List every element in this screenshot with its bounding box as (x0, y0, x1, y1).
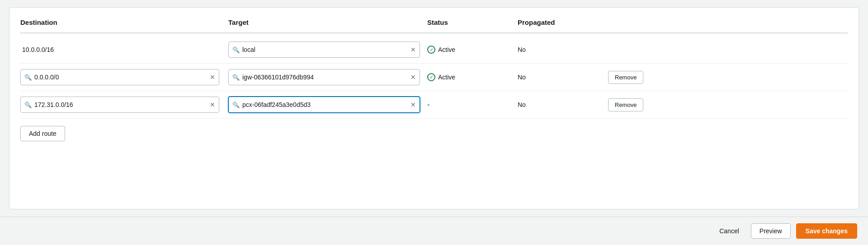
target-cell-3: 🔍 ✕ (228, 97, 427, 113)
preview-button[interactable]: Preview (751, 223, 791, 239)
header-status: Status (427, 17, 518, 28)
status-dash-3: - (427, 101, 429, 109)
add-route-button[interactable]: Add route (20, 126, 65, 141)
table-row: 🔍 ✕ 🔍 ✕ - No Remove (20, 91, 848, 119)
target-cell-2: 🔍 ✕ (228, 69, 427, 85)
target-input-wrapper-2[interactable]: 🔍 ✕ (228, 69, 420, 85)
clear-icon-1[interactable]: ✕ (410, 46, 416, 53)
destination-input-3[interactable] (34, 101, 208, 108)
target-input-wrapper-3[interactable]: 🔍 ✕ (228, 97, 420, 113)
propagated-cell-2: No (518, 74, 608, 81)
destination-cell-1: 10.0.0.0/16 (20, 46, 228, 53)
save-changes-button[interactable]: Save changes (796, 223, 857, 239)
add-route-row: Add route (20, 119, 848, 145)
table-row: 🔍 ✕ 🔍 ✕ ✓ Active No (20, 64, 848, 91)
active-icon-2: ✓ (427, 73, 435, 81)
header-target: Target (228, 17, 427, 28)
status-label-2: Active (438, 74, 455, 81)
active-icon-1: ✓ (427, 46, 435, 54)
route-table-editor: Destination Target Status Propagated 10.… (9, 7, 859, 209)
actions-cell-3: Remove (608, 98, 848, 111)
clear-icon-dest-2[interactable]: ✕ (210, 74, 215, 81)
table-row: 10.0.0.0/16 🔍 ✕ ✓ Active No (20, 36, 848, 64)
destination-input-wrapper-3[interactable]: 🔍 ✕ (20, 97, 219, 113)
table-body: 10.0.0.0/16 🔍 ✕ ✓ Active No (20, 36, 848, 119)
propagated-cell-3: No (518, 101, 608, 108)
destination-input-2[interactable] (34, 74, 208, 81)
search-icon-dest-2: 🔍 (24, 74, 32, 81)
header-propagated: Propagated (518, 17, 608, 28)
propagated-value-3: No (518, 101, 526, 108)
cancel-button[interactable]: Cancel (713, 224, 745, 238)
table-header: Destination Target Status Propagated (20, 17, 848, 33)
destination-cell-3: 🔍 ✕ (20, 97, 228, 113)
remove-button-2[interactable]: Remove (608, 71, 643, 84)
destination-cell-2: 🔍 ✕ (20, 69, 228, 85)
search-icon-3: 🔍 (232, 102, 240, 108)
propagated-value-2: No (518, 74, 526, 81)
actions-cell-2: Remove (608, 71, 848, 84)
target-input-2[interactable] (242, 74, 409, 81)
propagated-cell-1: No (518, 46, 608, 53)
status-badge-2: ✓ Active (427, 73, 455, 81)
propagated-value-1: No (518, 46, 526, 53)
clear-icon-2[interactable]: ✕ (410, 74, 416, 81)
target-input-1[interactable] (242, 46, 409, 53)
footer: Cancel Preview Save changes (0, 217, 868, 245)
clear-icon-dest-3[interactable]: ✕ (210, 101, 215, 108)
status-cell-1: ✓ Active (427, 46, 518, 54)
header-actions (608, 17, 848, 28)
status-badge-1: ✓ Active (427, 46, 455, 54)
target-input-3[interactable] (242, 101, 409, 108)
search-icon-1: 🔍 (232, 46, 240, 53)
target-input-wrapper-1[interactable]: 🔍 ✕ (228, 42, 420, 58)
status-cell-2: ✓ Active (427, 73, 518, 81)
search-icon-dest-3: 🔍 (24, 102, 32, 108)
target-cell-1: 🔍 ✕ (228, 42, 427, 58)
remove-button-3[interactable]: Remove (608, 98, 643, 111)
clear-icon-3[interactable]: ✕ (410, 101, 416, 108)
destination-static-1: 10.0.0.0/16 (20, 46, 54, 53)
destination-input-wrapper-2[interactable]: 🔍 ✕ (20, 69, 219, 85)
status-cell-3: - (427, 101, 518, 109)
header-destination: Destination (20, 17, 228, 28)
status-label-1: Active (438, 46, 455, 53)
search-icon-2: 🔍 (232, 74, 240, 81)
